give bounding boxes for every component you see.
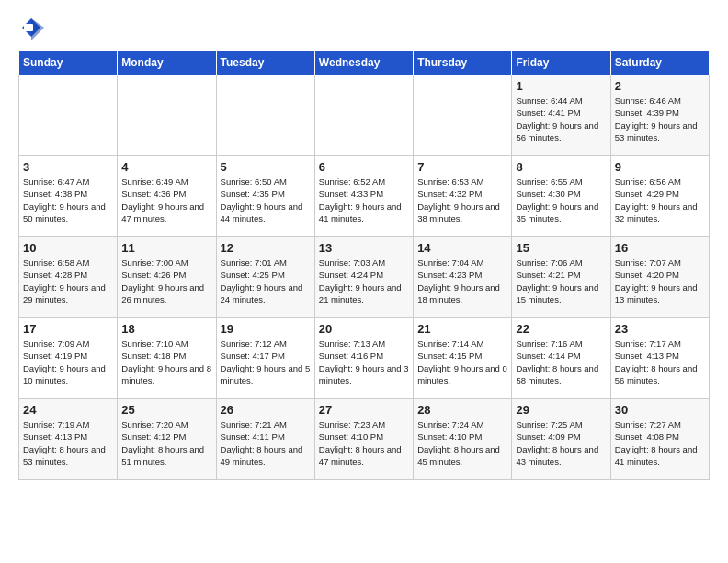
day-info: Sunrise: 7:23 AM Sunset: 4:10 PM Dayligh… — [319, 419, 409, 467]
weekday-header-monday: Monday — [118, 51, 216, 75]
day-info: Sunrise: 7:20 AM Sunset: 4:12 PM Dayligh… — [121, 419, 211, 467]
weekday-header-saturday: Saturday — [610, 51, 709, 75]
day-info: Sunrise: 6:56 AM Sunset: 4:29 PM Dayligh… — [615, 176, 705, 224]
day-cell: 20Sunrise: 7:13 AM Sunset: 4:16 PM Dayli… — [314, 318, 413, 399]
day-number: 21 — [417, 322, 507, 336]
day-cell: 28Sunrise: 7:24 AM Sunset: 4:10 PM Dayli… — [414, 399, 512, 480]
week-row-2: 3Sunrise: 6:47 AM Sunset: 4:38 PM Daylig… — [19, 156, 710, 237]
day-info: Sunrise: 6:55 AM Sunset: 4:30 PM Dayligh… — [516, 176, 606, 224]
day-cell: 12Sunrise: 7:01 AM Sunset: 4:25 PM Dayli… — [216, 237, 314, 318]
weekday-header-thursday: Thursday — [414, 51, 512, 75]
weekday-header-row: SundayMondayTuesdayWednesdayThursdayFrid… — [19, 51, 710, 75]
svg-marker-1 — [31, 18, 44, 40]
day-cell — [414, 75, 512, 156]
day-info: Sunrise: 6:58 AM Sunset: 4:28 PM Dayligh… — [23, 257, 113, 305]
day-cell: 4Sunrise: 6:49 AM Sunset: 4:36 PM Daylig… — [118, 156, 216, 237]
day-cell: 3Sunrise: 6:47 AM Sunset: 4:38 PM Daylig… — [19, 156, 118, 237]
day-number: 5 — [221, 160, 311, 174]
week-row-4: 17Sunrise: 7:09 AM Sunset: 4:19 PM Dayli… — [19, 318, 710, 399]
day-number: 25 — [121, 403, 211, 417]
day-number: 6 — [319, 160, 409, 174]
day-info: Sunrise: 7:10 AM Sunset: 4:18 PM Dayligh… — [121, 338, 211, 386]
day-cell: 16Sunrise: 7:07 AM Sunset: 4:20 PM Dayli… — [610, 237, 709, 318]
weekday-header-sunday: Sunday — [19, 51, 118, 75]
logo — [18, 15, 46, 40]
day-info: Sunrise: 7:27 AM Sunset: 4:08 PM Dayligh… — [615, 419, 705, 467]
day-info: Sunrise: 6:49 AM Sunset: 4:36 PM Dayligh… — [121, 176, 211, 224]
day-number: 3 — [23, 160, 113, 174]
day-info: Sunrise: 7:17 AM Sunset: 4:13 PM Dayligh… — [615, 338, 705, 386]
week-row-5: 24Sunrise: 7:19 AM Sunset: 4:13 PM Dayli… — [19, 399, 710, 480]
day-cell: 23Sunrise: 7:17 AM Sunset: 4:13 PM Dayli… — [610, 318, 709, 399]
day-info: Sunrise: 7:07 AM Sunset: 4:20 PM Dayligh… — [615, 257, 705, 305]
day-number: 9 — [615, 160, 705, 174]
day-info: Sunrise: 6:47 AM Sunset: 4:38 PM Dayligh… — [23, 176, 113, 224]
day-info: Sunrise: 7:21 AM Sunset: 4:11 PM Dayligh… — [221, 419, 311, 467]
day-info: Sunrise: 7:12 AM Sunset: 4:17 PM Dayligh… — [221, 338, 311, 386]
day-cell: 26Sunrise: 7:21 AM Sunset: 4:11 PM Dayli… — [216, 399, 314, 480]
weekday-header-tuesday: Tuesday — [216, 51, 314, 75]
day-number: 15 — [516, 241, 606, 255]
day-number: 22 — [516, 322, 606, 336]
day-cell: 29Sunrise: 7:25 AM Sunset: 4:09 PM Dayli… — [512, 399, 610, 480]
day-cell: 8Sunrise: 6:55 AM Sunset: 4:30 PM Daylig… — [512, 156, 610, 237]
day-cell: 5Sunrise: 6:50 AM Sunset: 4:35 PM Daylig… — [216, 156, 314, 237]
day-info: Sunrise: 7:24 AM Sunset: 4:10 PM Dayligh… — [417, 419, 507, 467]
day-cell — [19, 75, 118, 156]
day-cell — [118, 75, 216, 156]
day-cell — [314, 75, 413, 156]
day-cell: 21Sunrise: 7:14 AM Sunset: 4:15 PM Dayli… — [414, 318, 512, 399]
day-number: 7 — [417, 160, 507, 174]
day-cell: 17Sunrise: 7:09 AM Sunset: 4:19 PM Dayli… — [19, 318, 118, 399]
day-number: 11 — [121, 241, 211, 255]
day-number: 2 — [615, 79, 705, 93]
day-cell: 30Sunrise: 7:27 AM Sunset: 4:08 PM Dayli… — [610, 399, 709, 480]
day-info: Sunrise: 6:52 AM Sunset: 4:33 PM Dayligh… — [319, 176, 409, 224]
day-cell: 10Sunrise: 6:58 AM Sunset: 4:28 PM Dayli… — [19, 237, 118, 318]
day-number: 10 — [23, 241, 113, 255]
day-number: 17 — [23, 322, 113, 336]
day-number: 16 — [615, 241, 705, 255]
svg-rect-2 — [24, 24, 33, 31]
day-cell: 24Sunrise: 7:19 AM Sunset: 4:13 PM Dayli… — [19, 399, 118, 480]
day-info: Sunrise: 7:14 AM Sunset: 4:15 PM Dayligh… — [417, 338, 507, 386]
day-cell: 14Sunrise: 7:04 AM Sunset: 4:23 PM Dayli… — [414, 237, 512, 318]
day-info: Sunrise: 6:50 AM Sunset: 4:35 PM Dayligh… — [221, 176, 311, 224]
day-number: 1 — [516, 79, 606, 93]
day-number: 23 — [615, 322, 705, 336]
day-cell — [216, 75, 314, 156]
day-cell: 18Sunrise: 7:10 AM Sunset: 4:18 PM Dayli… — [118, 318, 216, 399]
day-info: Sunrise: 7:19 AM Sunset: 4:13 PM Dayligh… — [23, 419, 113, 467]
day-cell: 19Sunrise: 7:12 AM Sunset: 4:17 PM Dayli… — [216, 318, 314, 399]
day-number: 4 — [121, 160, 211, 174]
day-number: 28 — [417, 403, 507, 417]
day-info: Sunrise: 7:25 AM Sunset: 4:09 PM Dayligh… — [516, 419, 606, 467]
weekday-header-wednesday: Wednesday — [314, 51, 413, 75]
day-number: 14 — [417, 241, 507, 255]
day-info: Sunrise: 7:03 AM Sunset: 4:24 PM Dayligh… — [319, 257, 409, 305]
day-info: Sunrise: 6:44 AM Sunset: 4:41 PM Dayligh… — [516, 95, 606, 144]
day-number: 26 — [221, 403, 311, 417]
logo-icon — [18, 15, 44, 40]
week-row-1: 1Sunrise: 6:44 AM Sunset: 4:41 PM Daylig… — [19, 75, 710, 156]
day-info: Sunrise: 7:01 AM Sunset: 4:25 PM Dayligh… — [221, 257, 311, 305]
day-number: 18 — [121, 322, 211, 336]
calendar: SundayMondayTuesdayWednesdayThursdayFrid… — [18, 50, 710, 480]
page: SundayMondayTuesdayWednesdayThursdayFrid… — [0, 0, 728, 495]
day-number: 8 — [516, 160, 606, 174]
day-cell: 1Sunrise: 6:44 AM Sunset: 4:41 PM Daylig… — [512, 75, 610, 156]
week-row-3: 10Sunrise: 6:58 AM Sunset: 4:28 PM Dayli… — [19, 237, 710, 318]
day-info: Sunrise: 6:53 AM Sunset: 4:32 PM Dayligh… — [417, 176, 507, 224]
day-number: 30 — [615, 403, 705, 417]
day-number: 20 — [319, 322, 409, 336]
day-cell: 13Sunrise: 7:03 AM Sunset: 4:24 PM Dayli… — [314, 237, 413, 318]
day-cell: 25Sunrise: 7:20 AM Sunset: 4:12 PM Dayli… — [118, 399, 216, 480]
day-info: Sunrise: 7:04 AM Sunset: 4:23 PM Dayligh… — [417, 257, 507, 305]
day-number: 19 — [221, 322, 311, 336]
day-cell: 15Sunrise: 7:06 AM Sunset: 4:21 PM Dayli… — [512, 237, 610, 318]
day-info: Sunrise: 7:06 AM Sunset: 4:21 PM Dayligh… — [516, 257, 606, 305]
day-info: Sunrise: 7:00 AM Sunset: 4:26 PM Dayligh… — [121, 257, 211, 305]
day-cell: 9Sunrise: 6:56 AM Sunset: 4:29 PM Daylig… — [610, 156, 709, 237]
day-cell: 2Sunrise: 6:46 AM Sunset: 4:39 PM Daylig… — [610, 75, 709, 156]
day-info: Sunrise: 7:09 AM Sunset: 4:19 PM Dayligh… — [23, 338, 113, 386]
